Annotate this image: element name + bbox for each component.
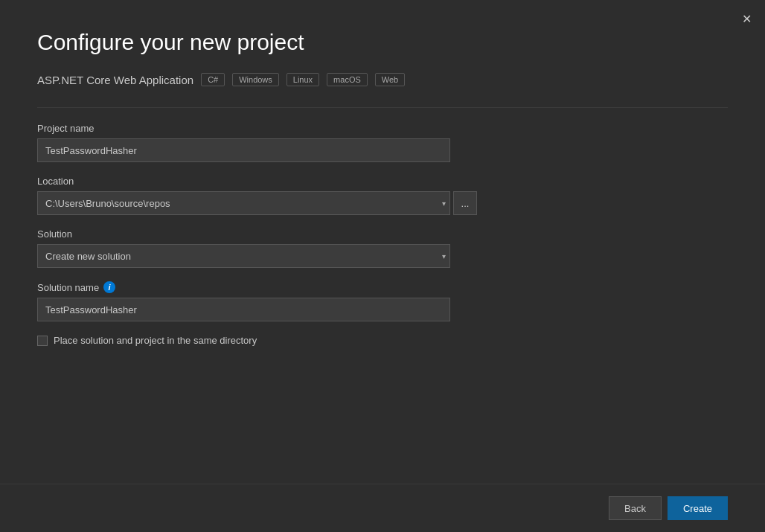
close-button[interactable]: ✕ [738,10,755,27]
solution-name-section: Solution name i [37,281,728,321]
tag-linux: Linux [287,73,319,86]
project-name-label: Project name [37,123,728,134]
divider-top [37,107,728,108]
project-name-section: Project name [37,123,728,162]
solution-name-input[interactable] [37,298,450,321]
browse-button[interactable]: ... [453,191,477,215]
solution-name-info-icon: i [103,281,115,293]
solution-select[interactable]: Create new solution Add to solution Crea… [37,244,450,268]
checkbox-row: Place solution and project in the same d… [37,335,728,346]
location-row: ▾ ... [37,191,728,215]
location-input[interactable] [37,191,450,215]
footer: Back Create [0,484,765,532]
create-button[interactable]: Create [668,496,728,520]
same-directory-checkbox[interactable] [37,336,48,346]
project-type-row: ASP.NET Core Web Application C# Windows … [37,73,728,86]
tag-csharp: C# [201,73,225,86]
back-button[interactable]: Back [609,496,662,520]
content-area: Configure your new project ASP.NET Core … [0,0,765,484]
solution-section: Solution Create new solution Add to solu… [37,228,728,268]
tag-windows: Windows [232,73,279,86]
project-type-name: ASP.NET Core Web Application [37,74,193,86]
location-section: Location ▾ ... [37,176,728,215]
solution-name-label: Solution name i [37,281,728,293]
page-title: Configure your new project [37,30,728,55]
tag-web: Web [375,73,405,86]
same-directory-label[interactable]: Place solution and project in the same d… [54,335,257,346]
solution-label: Solution [37,228,728,240]
tag-macos: macOS [327,73,368,86]
location-label: Location [37,176,728,187]
solution-select-wrapper: Create new solution Add to solution Crea… [37,244,450,268]
configure-project-dialog: ✕ Configure your new project ASP.NET Cor… [0,0,765,532]
project-name-input[interactable] [37,138,450,162]
location-input-wrapper: ▾ [37,191,450,215]
